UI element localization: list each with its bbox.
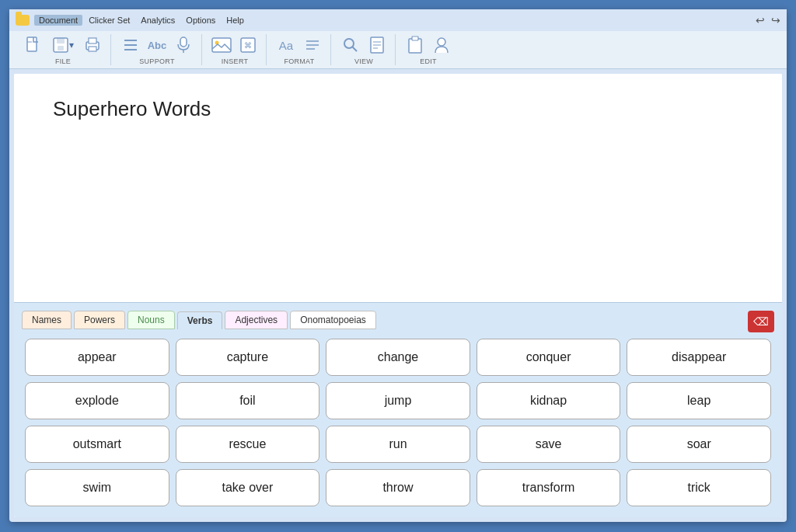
- word-button-kidnap[interactable]: kidnap: [477, 382, 621, 419]
- document-body: Superhero Words: [14, 74, 782, 302]
- menu-bar: DocumentClicker SetAnalyticsOptionsHelp: [34, 15, 249, 26]
- app-window: DocumentClicker SetAnalyticsOptionsHelp …: [9, 9, 787, 522]
- tab-nouns[interactable]: Nouns: [127, 311, 175, 329]
- word-button-throw[interactable]: throw: [326, 469, 470, 506]
- word-button-capture[interactable]: capture: [176, 339, 320, 376]
- tab-names[interactable]: Names: [22, 311, 72, 329]
- ribbon-label-insert: INSERT: [222, 57, 249, 65]
- ribbon-label-file: FILE: [55, 57, 71, 65]
- ribbon-group-format: Aa FORMAT: [268, 34, 331, 65]
- print-icon[interactable]: [81, 34, 104, 56]
- svg-point-28: [438, 38, 445, 46]
- word-button-trick[interactable]: trick: [627, 469, 771, 506]
- svg-rect-7: [89, 47, 96, 51]
- tab-adjectives[interactable]: Adjectives: [225, 311, 288, 329]
- word-button-soar[interactable]: soar: [627, 426, 771, 463]
- list-icon[interactable]: [119, 34, 142, 56]
- svg-text:⌘: ⌘: [244, 41, 252, 50]
- ribbon-label-support: SUPPORT: [139, 57, 174, 65]
- ribbon-group-view: VIEW: [333, 34, 396, 65]
- tab-onomatopoeias[interactable]: Onomatopoeias: [290, 311, 376, 329]
- word-button-conquer[interactable]: conquer: [477, 339, 621, 376]
- ribbon-icons-edit: [403, 34, 453, 56]
- image-icon[interactable]: [210, 34, 233, 56]
- word-button-disappear[interactable]: disappear: [627, 339, 771, 376]
- ribbon: ▾ FILE Abc: [9, 31, 787, 69]
- ribbon-label-format: FORMAT: [284, 57, 314, 65]
- ribbon-icons-insert: ⌘: [210, 34, 260, 56]
- tab-powers[interactable]: Powers: [74, 311, 125, 329]
- svg-point-20: [344, 39, 354, 48]
- menu-item-options[interactable]: Options: [181, 15, 220, 26]
- ribbon-icons-view: [339, 34, 389, 56]
- svg-rect-26: [409, 39, 421, 53]
- svg-line-21: [353, 47, 358, 52]
- word-button-jump[interactable]: jump: [326, 382, 470, 419]
- ribbon-icons-file: ▾: [22, 34, 104, 56]
- undo-button[interactable]: ↩: [756, 14, 765, 26]
- word-panel: NamesPowersNounsVerbsAdjectivesOnomatopo…: [14, 302, 782, 517]
- abc-icon[interactable]: Abc: [145, 34, 169, 56]
- ribbon-label-edit: EDIT: [420, 57, 437, 65]
- delete-button[interactable]: ⌫: [748, 311, 774, 332]
- page-icon[interactable]: [365, 34, 389, 56]
- svg-rect-3: [57, 38, 65, 43]
- word-button-change[interactable]: change: [326, 339, 470, 376]
- ribbon-group-file: ▾ FILE: [16, 34, 111, 65]
- new-doc-icon[interactable]: [22, 34, 45, 56]
- title-bar: DocumentClicker SetAnalyticsOptionsHelp …: [9, 9, 787, 31]
- menu-item-clicker set[interactable]: Clicker Set: [84, 15, 134, 26]
- tabs-row: NamesPowersNounsVerbsAdjectivesOnomatopo…: [22, 311, 774, 329]
- word-button-save[interactable]: save: [477, 426, 621, 463]
- mic-icon[interactable]: [172, 34, 195, 56]
- ribbon-group-support: Abc SUPPORT: [113, 34, 202, 65]
- doc-title: Superhero Words: [53, 97, 743, 121]
- redo-button[interactable]: ↪: [771, 14, 780, 26]
- svg-rect-27: [412, 37, 418, 40]
- search-icon[interactable]: [339, 34, 362, 56]
- word-button-transform[interactable]: transform: [477, 469, 621, 506]
- menu-item-analytics[interactable]: Analytics: [136, 15, 180, 26]
- ribbon-group-insert: ⌘ INSERT: [204, 34, 267, 65]
- svg-rect-6: [89, 38, 96, 43]
- title-bar-right: ↩ ↪: [756, 14, 780, 26]
- word-button-foil[interactable]: foil: [176, 382, 320, 419]
- word-grid: appearcapturechangeconquerdisappearexplo…: [22, 336, 774, 509]
- paragraph-icon[interactable]: [301, 34, 324, 56]
- tab-verbs[interactable]: Verbs: [177, 311, 223, 329]
- word-button-rescue[interactable]: rescue: [176, 426, 320, 463]
- menu-item-help[interactable]: Help: [222, 15, 249, 26]
- svg-rect-11: [180, 37, 187, 47]
- ribbon-icons-format: Aa: [274, 34, 324, 56]
- save-icon[interactable]: ▾: [48, 34, 78, 56]
- svg-rect-4: [58, 46, 64, 50]
- title-bar-left: DocumentClicker SetAnalyticsOptionsHelp: [16, 15, 249, 26]
- user-icon[interactable]: [430, 34, 453, 56]
- word-button-take-over[interactable]: take over: [176, 469, 320, 506]
- menu-item-document[interactable]: Document: [34, 15, 82, 26]
- svg-rect-13: [212, 38, 231, 52]
- ribbon-group-edit: EDIT: [397, 34, 459, 65]
- content-area: Superhero Words NamesPowersNounsVerbsAdj…: [14, 74, 782, 517]
- ribbon-tools: ▾ FILE Abc: [16, 34, 780, 68]
- ribbon-icons-support: Abc: [119, 34, 195, 56]
- ribbon-label-view: VIEW: [354, 57, 373, 65]
- font-icon[interactable]: Aa: [274, 34, 298, 56]
- word-button-appear[interactable]: appear: [25, 339, 169, 376]
- word-button-run[interactable]: run: [326, 426, 470, 463]
- svg-rect-0: [27, 37, 37, 51]
- word-button-outsmart[interactable]: outsmart: [25, 426, 169, 463]
- symbol-icon[interactable]: ⌘: [236, 34, 260, 56]
- folder-icon: [16, 15, 30, 26]
- clipboard-icon[interactable]: [403, 34, 427, 56]
- word-button-leap[interactable]: leap: [627, 382, 771, 419]
- word-button-explode[interactable]: explode: [25, 382, 169, 419]
- word-button-swim[interactable]: swim: [25, 469, 169, 506]
